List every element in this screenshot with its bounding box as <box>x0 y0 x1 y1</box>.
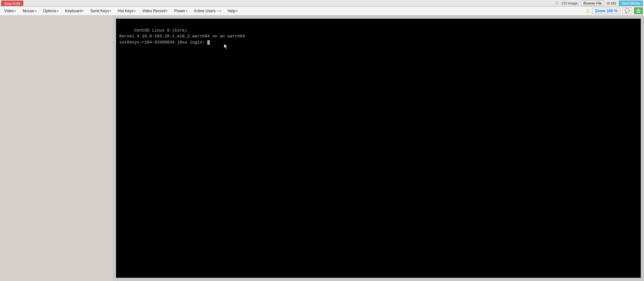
menu-mouse-label: Mouse <box>23 9 34 13</box>
main-content: CentOS Linux 8 (Core) Kernel 4.18.0-193.… <box>0 15 644 281</box>
menu-active-users-label: Active Users ~ <box>194 9 219 13</box>
menu-hot-keys[interactable]: Hot Keys ▾ <box>115 7 139 15</box>
menu-power[interactable]: Power ▾ <box>171 7 190 15</box>
top-bar: Stop KVM 💿 CD Image: Browse File (0 kB) … <box>0 0 644 6</box>
menu-options-label: Options <box>43 9 56 13</box>
cd-icon: 💿 <box>554 1 559 5</box>
menu-help-arrow: ▾ <box>236 9 238 13</box>
chat-icon-button[interactable]: 💬 <box>622 7 632 14</box>
alert-icon[interactable]: ⚠ <box>586 8 590 14</box>
menu-video-arrow: ▾ <box>15 9 16 13</box>
menu-power-arrow: ▾ <box>186 9 188 13</box>
menu-send-keys-label: Send Keys <box>90 9 109 13</box>
power-icon: ⏻ <box>636 8 640 13</box>
browse-file-button[interactable]: Browse File <box>581 1 604 6</box>
file-size-label: (0 kB) <box>607 1 616 5</box>
top-right-area: 💿 CD Image: Browse File (0 kB) Start Med… <box>554 1 643 6</box>
right-toolbar: ⚠ Zoom 100 % 💬 ⏻ <box>586 7 643 14</box>
menu-keyboard-arrow: ▾ <box>82 9 84 13</box>
chat-icon: 💬 <box>625 8 630 13</box>
menu-video-record-label: Video Record <box>142 9 166 13</box>
console-area[interactable]: CentOS Linux 8 (Core) Kernel 4.18.0-193.… <box>116 19 641 278</box>
zoom-button[interactable]: Zoom 100 % <box>592 8 620 14</box>
menu-hot-keys-label: Hot Keys <box>118 9 133 13</box>
menu-help[interactable]: Help ▾ <box>225 7 241 15</box>
menu-keyboard[interactable]: Keyboard ▾ <box>62 7 87 15</box>
power-icon-button[interactable]: ⏻ <box>634 7 643 14</box>
menu-video[interactable]: Video ▾ <box>1 7 19 15</box>
menu-bar: Video ▾ Mouse ▾ Options ▾ Keyboard ▾ Sen… <box>0 6 644 15</box>
menu-send-keys-arrow: ▾ <box>110 9 111 13</box>
menu-hot-keys-arrow: ▾ <box>134 9 136 13</box>
console-line3: sut04sys-r104-03400034.j0sa login: <box>119 40 207 45</box>
menu-power-label: Power <box>174 9 185 13</box>
menu-help-label: Help <box>228 9 236 13</box>
menu-active-users-arrow: ▾ <box>220 9 221 13</box>
menu-video-record[interactable]: Video Record ▾ <box>139 7 171 15</box>
console-line2: Kernel 4.18.0-193.28.1.el8_2.aarch64 on … <box>119 34 245 39</box>
console-line1: CentOS Linux 8 (Core) <box>134 28 187 33</box>
menu-mouse-arrow: ▾ <box>35 9 37 13</box>
start-media-button[interactable]: Start Media <box>619 1 643 6</box>
menu-video-record-arrow: ▾ <box>166 9 168 13</box>
menu-mouse[interactable]: Mouse ▾ <box>20 7 39 15</box>
left-panel <box>0 15 113 281</box>
menu-options-arrow: ▾ <box>57 9 59 13</box>
menu-active-users[interactable]: Active Users ~ ▾ <box>191 7 224 15</box>
stop-kvm-button[interactable]: Stop KVM <box>1 1 23 6</box>
menu-send-keys[interactable]: Send Keys ▾ <box>87 7 114 15</box>
console-cursor <box>207 40 210 45</box>
cd-image-label: CD Image: <box>561 1 579 5</box>
console-text: CentOS Linux 8 (Core) Kernel 4.18.0-193.… <box>119 22 638 51</box>
menu-video-label: Video <box>4 9 14 13</box>
menu-options[interactable]: Options ▾ <box>40 7 62 15</box>
menu-keyboard-label: Keyboard <box>65 9 82 13</box>
